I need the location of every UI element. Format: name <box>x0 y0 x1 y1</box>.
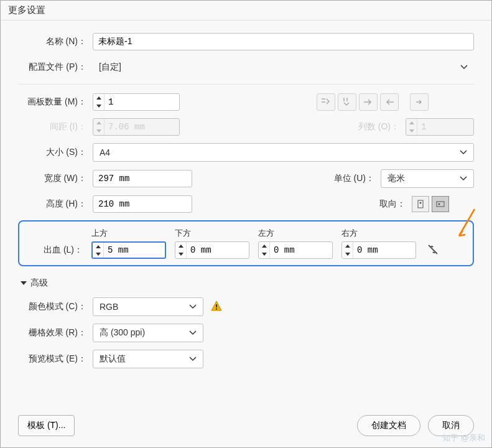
svg-rect-0 <box>418 200 423 208</box>
raster-value: 高 (300 ppi) <box>100 327 145 338</box>
size-select[interactable]: A4 <box>93 143 474 162</box>
step-down-icon <box>406 127 417 135</box>
units-label: 单位 (U)： <box>331 173 381 184</box>
artboards-spinner[interactable] <box>93 93 180 111</box>
chevron-down-icon <box>460 175 467 182</box>
annotation-arrow <box>453 206 478 245</box>
profile-label: 配置文件 (P)： <box>18 62 93 73</box>
chevron-down-icon <box>189 303 197 310</box>
profile-select[interactable]: [自定] <box>93 58 474 77</box>
preview-label: 预览模式 (E)： <box>18 353 93 365</box>
bleed-group: 出血 (L)： 上方 下方 左方 <box>18 220 474 266</box>
spacing-spinner <box>93 118 180 136</box>
step-up-icon[interactable] <box>93 243 103 250</box>
step-up-icon[interactable] <box>175 242 186 250</box>
units-value: 毫米 <box>388 173 405 184</box>
height-label: 高度 (H)： <box>18 198 93 210</box>
bleed-right-spinner[interactable] <box>341 241 416 259</box>
bleed-left-label: 左方 <box>258 228 333 239</box>
bleed-left-input[interactable] <box>270 245 332 255</box>
step-down-icon <box>93 127 104 135</box>
spacing-label: 间距 (I)： <box>18 121 93 133</box>
step-up-icon[interactable] <box>259 242 269 250</box>
arrange-single-icon[interactable] <box>410 93 429 111</box>
size-label: 大小 (S)： <box>18 147 93 158</box>
name-label: 名称 (N)： <box>18 36 93 47</box>
svg-point-1 <box>420 202 422 204</box>
step-up-icon <box>93 119 104 127</box>
watermark: 知乎 @亲和 <box>442 432 485 444</box>
preview-select[interactable]: 默认值 <box>93 350 203 368</box>
dialog-title: 更多设置 <box>1 1 491 21</box>
preview-value: 默认值 <box>100 353 126 365</box>
grid-by-col-icon[interactable] <box>338 93 356 111</box>
profile-value: [自定] <box>99 62 121 73</box>
raster-select[interactable]: 高 (300 ppi) <box>93 324 203 342</box>
artboards-label: 画板数量 (M)： <box>18 96 93 108</box>
width-input[interactable] <box>93 170 192 187</box>
bleed-bottom-input[interactable] <box>187 245 249 255</box>
bleed-left-spinner[interactable] <box>258 241 333 259</box>
bleed-label: 出血 (L)： <box>28 245 83 259</box>
spacing-input <box>104 122 179 132</box>
bleed-bottom-label: 下方 <box>175 228 249 239</box>
arrange-rtl-icon[interactable] <box>359 93 378 111</box>
color-mode-label: 颜色模式 (C)： <box>18 301 93 312</box>
chevron-down-icon <box>189 355 197 363</box>
advanced-label: 高级 <box>30 278 48 289</box>
size-value: A4 <box>100 147 110 157</box>
bleed-bottom-spinner[interactable] <box>175 241 249 259</box>
bleed-right-label: 右方 <box>341 228 416 239</box>
step-down-icon[interactable] <box>342 250 353 258</box>
step-down-icon[interactable] <box>93 250 103 258</box>
bleed-top-spinner[interactable] <box>91 241 166 259</box>
chevron-down-icon <box>189 329 197 337</box>
chevron-down-icon <box>460 149 467 156</box>
svg-rect-4 <box>216 304 217 307</box>
color-mode-value: RGB <box>100 302 118 312</box>
step-up-icon[interactable] <box>93 94 104 102</box>
raster-label: 栅格效果 (R)： <box>18 327 93 338</box>
templates-button[interactable]: 模板 (T)... <box>18 415 75 436</box>
step-down-icon[interactable] <box>259 250 269 258</box>
step-down-icon[interactable] <box>175 250 186 258</box>
chevron-down-icon <box>460 63 468 71</box>
warning-icon <box>211 301 222 314</box>
svg-rect-2 <box>437 202 444 207</box>
link-unlinked-icon[interactable] <box>425 241 441 258</box>
bleed-top-label: 上方 <box>91 228 166 239</box>
name-input[interactable] <box>93 33 474 50</box>
orientation-landscape[interactable] <box>432 196 449 212</box>
advanced-toggle[interactable]: 高级 <box>21 278 474 289</box>
height-input[interactable] <box>93 195 192 213</box>
step-up-icon <box>406 119 417 127</box>
bleed-top-input[interactable] <box>104 245 165 255</box>
divider <box>18 84 474 85</box>
step-up-icon[interactable] <box>342 242 353 250</box>
grid-by-row-icon[interactable] <box>317 93 335 111</box>
color-mode-select[interactable]: RGB <box>93 297 203 316</box>
width-label: 宽度 (W)： <box>18 173 93 184</box>
columns-input <box>417 122 473 132</box>
svg-point-3 <box>439 203 440 205</box>
create-document-button[interactable]: 创建文档 <box>357 415 420 436</box>
columns-label: 列数 (O)： <box>356 121 406 133</box>
columns-spinner <box>406 118 474 136</box>
arrange-ltr-icon[interactable] <box>380 93 399 111</box>
orientation-portrait[interactable] <box>412 196 429 212</box>
orientation-label: 取向： <box>374 198 412 210</box>
artboards-input[interactable] <box>104 97 179 107</box>
bleed-right-input[interactable] <box>353 245 415 255</box>
svg-rect-5 <box>216 308 217 309</box>
step-down-icon[interactable] <box>93 102 104 110</box>
units-select[interactable]: 毫米 <box>381 169 474 188</box>
